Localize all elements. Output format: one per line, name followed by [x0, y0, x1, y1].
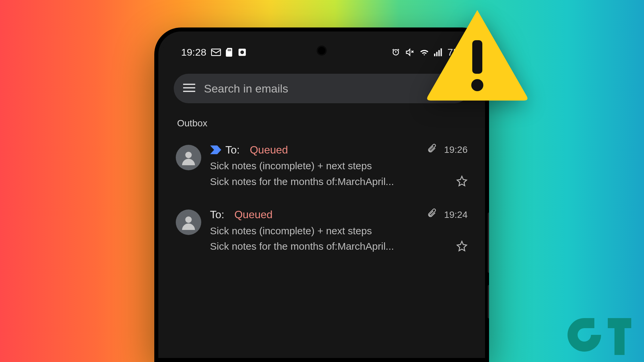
folder-label: Outbox — [162, 103, 481, 132]
svg-rect-2 — [230, 49, 231, 51]
app-notification-icon — [238, 48, 247, 57]
attachment-icon — [427, 143, 437, 156]
mute-icon — [405, 48, 415, 57]
email-timestamp: 19:26 — [444, 144, 468, 156]
warning-triangle-icon — [425, 7, 529, 101]
punch-hole-camera — [318, 47, 325, 54]
queued-status: Queued — [250, 143, 288, 156]
contact-avatar — [176, 145, 201, 170]
email-subject: Sick notes (incomplete) + next steps — [210, 223, 468, 239]
email-preview: Sick notes for the months of:MarchApril.… — [210, 239, 451, 254]
attachment-icon — [427, 208, 437, 221]
svg-rect-0 — [228, 49, 228, 51]
status-time: 19:28 — [181, 47, 206, 58]
gt-watermark-logo — [568, 313, 635, 357]
star-icon[interactable] — [456, 240, 468, 253]
important-marker-icon[interactable] — [210, 145, 221, 154]
email-subject: Sick notes (incomplete) + next steps — [210, 158, 468, 174]
svg-point-13 — [185, 217, 192, 223]
email-timestamp: 19:24 — [444, 209, 468, 221]
email-preview: Sick notes for the months of:MarchApril.… — [210, 174, 451, 190]
recipient-label: To: — [225, 143, 240, 156]
email-row[interactable]: To: Queued 19:26 Sick notes (incomplete)… — [174, 132, 470, 197]
search-placeholder: Search in emails — [204, 82, 435, 95]
alarm-icon — [391, 48, 400, 57]
svg-point-15 — [471, 79, 483, 91]
star-icon[interactable] — [456, 175, 468, 188]
recipient-label: To: — [210, 208, 224, 221]
volume-button — [488, 213, 489, 273]
gmail-notification-icon — [211, 49, 221, 56]
queued-status: Queued — [234, 208, 273, 221]
email-list: To: Queued 19:26 Sick notes (incomplete)… — [162, 132, 481, 262]
hamburger-menu-icon[interactable] — [183, 83, 195, 94]
sd-card-icon — [226, 48, 233, 57]
svg-rect-14 — [472, 40, 482, 74]
svg-point-12 — [185, 152, 192, 158]
power-button — [488, 285, 489, 318]
rainbow-background: 19:28 — [0, 0, 644, 362]
svg-point-4 — [240, 51, 244, 54]
email-row[interactable]: To: Queued 19:24 Sick notes (incomplete)… — [174, 197, 470, 261]
svg-rect-1 — [229, 49, 230, 51]
contact-avatar — [176, 209, 201, 235]
